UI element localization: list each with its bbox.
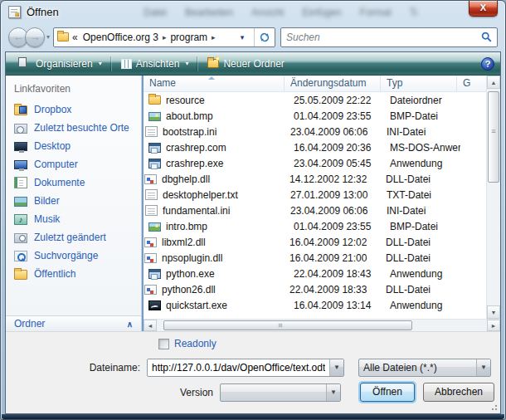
breadcrumb-overflow-icon[interactable]: « <box>72 32 78 43</box>
column-header-date[interactable]: Änderungsdatum <box>285 76 381 91</box>
sidebar-item-label: Dokumente <box>34 177 85 188</box>
file-row[interactable]: bootstrap.ini23.04.2009 06:06INI-Datei <box>144 124 486 139</box>
column-header-type[interactable]: Typ <box>381 76 457 91</box>
sidebar-item-label: Musik <box>34 213 60 225</box>
readonly-checkbox[interactable] <box>158 339 169 349</box>
breadcrumb-item[interactable]: OpenOffice.org 3 <box>81 32 160 43</box>
toolbar-item-views[interactable]: Ansichten▾ <box>114 55 196 73</box>
sidebar-item-public[interactable]: Öffentlich <box>6 265 141 283</box>
horizontal-scroll-track[interactable] <box>157 320 487 331</box>
filename-dropdown-icon[interactable]: ▼ <box>329 359 343 376</box>
forward-button[interactable]: → <box>25 27 45 47</box>
column-header-size[interactable]: G <box>457 76 486 91</box>
file-date: 27.01.2009 13:00 <box>285 189 381 201</box>
background-menu-item: Datei <box>144 7 167 18</box>
sidebar-item-documents[interactable]: Dokumente <box>6 173 141 192</box>
folders-expander[interactable]: Ordner ∧ <box>6 315 141 331</box>
version-label: Version <box>6 387 220 398</box>
file-name: about.bmp <box>166 110 288 122</box>
file-row[interactable]: libxml2.dll16.04.2009 12:02DLL-Datei <box>144 234 486 250</box>
breadcrumb-separator-icon[interactable]: ▸ <box>209 33 218 42</box>
sort-ascending-icon <box>208 76 215 80</box>
dialog-footer: Readonly Dateiname: ▼ Alle Dateien (*.*)… <box>6 331 500 413</box>
image-file-icon <box>148 112 161 121</box>
chevron-up-icon: ∧ <box>127 320 133 329</box>
search-box[interactable] <box>280 27 498 47</box>
folders-label: Ordner <box>14 318 45 330</box>
breadcrumb: OpenOffice.org 3▸program▸ <box>81 32 218 43</box>
file-row[interactable]: quickstart.exe16.04.2009 13:14Anwendung <box>144 297 486 313</box>
version-combobox[interactable]: ▼ <box>220 383 341 402</box>
address-bar[interactable]: « OpenOffice.org 3▸program▸ ▾ <box>53 27 275 47</box>
toolbar-separator <box>111 56 112 71</box>
scroll-down-icon[interactable]: ▼ <box>487 305 500 319</box>
scroll-up-icon[interactable]: ▲ <box>487 76 500 89</box>
help-button[interactable]: ? <box>481 57 494 71</box>
file-type: DLL-Datei <box>380 237 456 248</box>
file-row[interactable]: desktophelper.txt27.01.2009 13:00TXT-Dat… <box>144 187 486 203</box>
file-name: bootstrap.ini <box>163 126 285 138</box>
window-bottom-edge <box>2 414 504 419</box>
file-row[interactable]: crashrep.com16.04.2009 20:36MS-DOS-Anwen… <box>144 139 486 155</box>
sidebar-item-pictures[interactable]: Bilder <box>6 192 141 210</box>
resize-grip[interactable] <box>489 402 498 411</box>
background-menu-item: Format <box>360 7 392 18</box>
version-dropdown-icon[interactable]: ▼ <box>326 384 340 401</box>
scroll-left-icon[interactable]: ◄ <box>144 320 157 331</box>
file-name: libxml2.dll <box>162 237 284 248</box>
toolbar-item-label: Neuer Ordner <box>223 58 284 70</box>
file-date: 14.12.2002 12:32 <box>284 173 380 185</box>
file-type: DLL-Datei <box>380 252 456 264</box>
file-type: Dateiordner <box>384 95 460 106</box>
breadcrumb-separator-icon[interactable]: ▸ <box>160 33 169 42</box>
sidebar-item-desktop[interactable]: Desktop <box>6 137 141 155</box>
file-row[interactable]: fundamental.ini23.04.2009 06:06INI-Datei <box>144 203 486 218</box>
toolbar-separator <box>197 56 198 71</box>
open-button[interactable]: Öffnen <box>360 383 415 402</box>
vertical-scroll-thumb[interactable] <box>488 91 499 183</box>
file-row[interactable]: npsoplugin.dll16.04.2009 21:00DLL-Datei <box>144 250 486 266</box>
horizontal-scroll-thumb[interactable] <box>163 320 412 330</box>
sidebar-item-recent-places[interactable]: Zuletzt besuchte Orte <box>6 119 141 137</box>
breadcrumb-item[interactable]: program <box>168 32 209 43</box>
sidebar-item-label: Computer <box>34 159 78 170</box>
file-name: crashrep.com <box>166 142 288 154</box>
address-dropdown-icon[interactable]: ▾ <box>234 33 251 42</box>
scroll-right-icon[interactable]: ► <box>487 320 500 331</box>
filetype-dropdown-icon[interactable]: ▼ <box>476 359 490 376</box>
app-file-icon <box>148 269 161 279</box>
address-folder-icon <box>57 32 69 42</box>
vertical-scrollbar[interactable]: ▲ ▼ <box>486 76 500 319</box>
file-row[interactable]: python.exe22.04.2009 18:43Anwendung <box>144 266 486 281</box>
sidebar-item-music[interactable]: ♪Musik <box>6 210 141 228</box>
sidebar-item-computer[interactable]: Computer <box>6 155 141 173</box>
toolbar-item-newfolder[interactable]: Neuer Ordner <box>201 55 290 73</box>
file-row[interactable]: resource25.05.2009 22:22Dateiordner <box>144 92 486 108</box>
file-type: BMP-Datei <box>384 110 460 122</box>
file-row[interactable]: intro.bmp01.04.2009 23:55BMP-Datei <box>144 218 486 234</box>
file-row[interactable]: crashrep.exe23.04.2009 05:45Anwendung <box>144 155 486 171</box>
file-row[interactable]: about.bmp01.04.2009 23:55BMP-Datei <box>144 108 486 124</box>
file-row[interactable]: python26.dll22.04.2009 18:33DLL-Datei <box>144 281 486 297</box>
public-icon <box>14 270 27 280</box>
filename-combobox[interactable]: ▼ <box>147 359 344 377</box>
refresh-button[interactable] <box>254 28 275 46</box>
sidebar-item-searches[interactable]: Suchvorgänge <box>6 247 141 265</box>
close-button[interactable]: X <box>469 1 498 17</box>
file-name: python26.dll <box>162 284 284 295</box>
search-input[interactable] <box>286 32 481 43</box>
cancel-button[interactable]: Abbrechen <box>423 383 494 402</box>
toolbar-item-organize[interactable]: Organisieren▾ <box>12 55 109 73</box>
organize-icon <box>18 57 27 67</box>
horizontal-scrollbar[interactable]: ◄ ► <box>144 319 500 331</box>
dll-file-icon <box>144 237 157 247</box>
history-dropdown-icon[interactable]: ▾ <box>46 33 50 41</box>
column-header-name[interactable]: Name <box>144 76 285 91</box>
sidebar-item-recently-changed[interactable]: Zuletzt geändert <box>6 228 141 247</box>
sidebar-item-dropbox[interactable]: Dropbox <box>6 100 141 119</box>
column-header-row: NameÄnderungsdatumTypG <box>144 76 500 92</box>
filename-input[interactable] <box>148 362 329 374</box>
filetype-combobox[interactable]: Alle Dateien (*.*) ▼ <box>358 359 491 377</box>
documents-icon <box>14 177 27 188</box>
file-row[interactable]: dbghelp.dll14.12.2002 12:32DLL-Datei <box>144 171 486 187</box>
